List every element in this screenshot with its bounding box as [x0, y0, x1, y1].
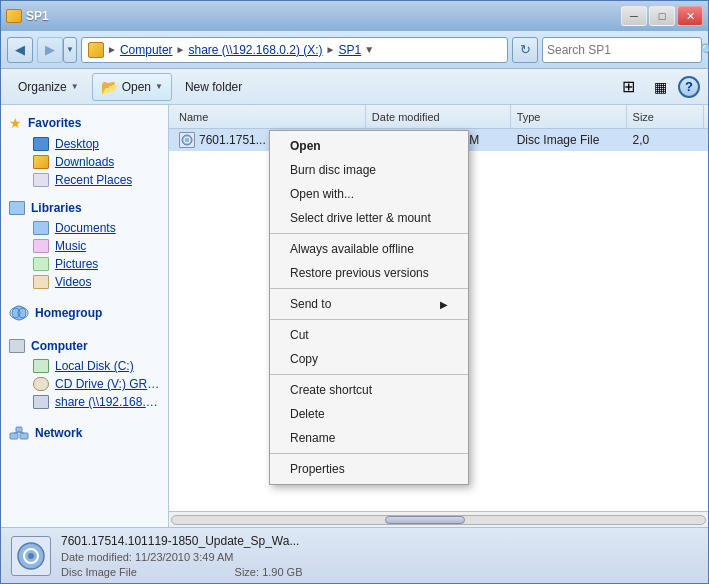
forward-button[interactable]: ▶ [37, 37, 63, 63]
libraries-icon [9, 201, 25, 215]
music-icon [33, 239, 49, 253]
sidebar-item-cd-drive[interactable]: CD Drive (V:) GRMSF [1, 375, 168, 393]
computer-icon [9, 339, 25, 353]
status-size-value: 1.90 GB [262, 566, 302, 578]
refresh-button[interactable]: ↻ [512, 37, 538, 63]
sidebar-item-desktop[interactable]: Desktop [1, 135, 168, 153]
computer-header[interactable]: Computer [1, 335, 168, 357]
context-menu-delete[interactable]: Delete [270, 402, 468, 426]
col-header-size[interactable]: Size [627, 105, 704, 128]
col-header-type[interactable]: Type [511, 105, 627, 128]
network-header[interactable]: Network [1, 419, 168, 447]
desktop-icon [33, 137, 49, 151]
homegroup-section: Homegroup [1, 299, 168, 327]
downloads-icon [33, 155, 49, 169]
status-date-meta: Date modified: 11/23/2010 3:49 AM [61, 551, 302, 563]
h-scrollbar[interactable] [169, 511, 708, 527]
network-icon [9, 423, 29, 443]
status-date-label: Date modified: [61, 551, 132, 563]
search-box[interactable]: 🔍 [542, 37, 702, 63]
cd-drive-icon [33, 377, 49, 391]
file-cell-type: Disc Image File [511, 133, 627, 147]
col-header-date[interactable]: Date modified [366, 105, 511, 128]
context-menu: Open Burn disc image Open with... Select… [269, 130, 469, 485]
maximize-button[interactable]: □ [649, 6, 675, 26]
minimize-button[interactable]: ─ [621, 6, 647, 26]
computer-title: Computer [31, 339, 88, 353]
sidebar-item-localdisk-label: Local Disk (C:) [55, 359, 134, 373]
homegroup-title: Homegroup [35, 306, 102, 320]
context-menu-restore-versions[interactable]: Restore previous versions [270, 261, 468, 285]
organize-dropdown-arrow: ▼ [71, 82, 79, 91]
status-date-value: 11/23/2010 3:49 AM [135, 551, 233, 563]
sidebar-item-recent-label: Recent Places [55, 173, 132, 187]
sidebar-item-recent-places[interactable]: Recent Places [1, 171, 168, 189]
context-menu-open[interactable]: Open [270, 134, 468, 158]
organize-button[interactable]: Organize ▼ [9, 73, 88, 101]
documents-icon [33, 221, 49, 235]
open-dropdown-arrow: ▼ [155, 82, 163, 91]
context-menu-always-offline[interactable]: Always available offline [270, 237, 468, 261]
context-menu-send-to[interactable]: Send to ▶ [270, 292, 468, 316]
new-folder-button[interactable]: New folder [176, 73, 251, 101]
libraries-title: Libraries [31, 201, 82, 215]
send-to-arrow: ▶ [440, 299, 448, 310]
context-menu-burn[interactable]: Burn disc image [270, 158, 468, 182]
network-title: Network [35, 426, 82, 440]
window-title: SP1 [26, 9, 49, 23]
sidebar-item-music[interactable]: Music [1, 237, 168, 255]
libraries-header[interactable]: Libraries [1, 197, 168, 219]
open-icon: 📂 [101, 79, 118, 95]
col-header-name[interactable]: Name [173, 105, 366, 128]
status-file-icon [11, 536, 51, 576]
cm-separator-2 [270, 288, 468, 289]
network-section: Network [1, 419, 168, 447]
favorites-star-icon: ★ [9, 115, 22, 131]
sidebar-item-documents[interactable]: Documents [1, 219, 168, 237]
favorites-header[interactable]: ★ Favorites [1, 111, 168, 135]
recent-places-icon [33, 173, 49, 187]
context-menu-open-with[interactable]: Open with... [270, 182, 468, 206]
cm-separator-3 [270, 319, 468, 320]
sidebar-item-music-label: Music [55, 239, 86, 253]
libraries-section: Libraries Documents Music Pictures Video… [1, 197, 168, 291]
open-button[interactable]: 📂 Open ▼ [92, 73, 172, 101]
homegroup-header[interactable]: Homegroup [1, 299, 168, 327]
view-toggle-button[interactable]: ▦ [646, 73, 674, 101]
back-button[interactable]: ◀ [7, 37, 33, 63]
svg-line-6 [14, 432, 19, 433]
sidebar: ★ Favorites Desktop Downloads Recent Pla… [1, 105, 169, 527]
status-info: 7601.17514.101119-1850_Update_Sp_Wa... D… [61, 534, 302, 578]
close-button[interactable]: ✕ [677, 6, 703, 26]
breadcrumb-share[interactable]: share (\\192.168.0.2) (X:) [189, 43, 323, 57]
cm-separator-5 [270, 453, 468, 454]
organize-label: Organize [18, 80, 67, 94]
breadcrumb-computer[interactable]: Computer [120, 43, 173, 57]
sidebar-item-network-share[interactable]: share (\\192.168.0.2) [1, 393, 168, 411]
search-input[interactable] [547, 43, 697, 57]
sidebar-item-downloads[interactable]: Downloads [1, 153, 168, 171]
view-options-button[interactable]: ⊞ [614, 73, 642, 101]
svg-line-7 [19, 432, 24, 433]
context-menu-rename[interactable]: Rename [270, 426, 468, 450]
context-menu-copy[interactable]: Copy [270, 347, 468, 371]
sidebar-item-pictures[interactable]: Pictures [1, 255, 168, 273]
favorites-section: ★ Favorites Desktop Downloads Recent Pla… [1, 111, 168, 189]
context-menu-cut[interactable]: Cut [270, 323, 468, 347]
breadcrumb-sp1[interactable]: SP1 [338, 43, 361, 57]
nav-dropdown-button[interactable]: ▼ [63, 37, 77, 63]
context-menu-create-shortcut[interactable]: Create shortcut [270, 378, 468, 402]
address-bar: ◀ ▶ ▼ ► Computer ► share (\\192.168.0.2)… [1, 31, 708, 69]
h-scroll-thumb[interactable] [385, 516, 465, 524]
sidebar-item-cddrive-label: CD Drive (V:) GRMSF [55, 377, 160, 391]
sidebar-item-videos[interactable]: Videos [1, 273, 168, 291]
context-menu-select-drive[interactable]: Select drive letter & mount [270, 206, 468, 230]
sidebar-item-local-disk[interactable]: Local Disk (C:) [1, 357, 168, 375]
local-disk-icon [33, 359, 49, 373]
help-button[interactable]: ? [678, 76, 700, 98]
status-filetype-label: Disc Image File [61, 566, 137, 578]
cm-separator-1 [270, 233, 468, 234]
file-icon [179, 132, 195, 148]
context-menu-properties[interactable]: Properties [270, 457, 468, 481]
title-bar: SP1 ─ □ ✕ [1, 1, 708, 31]
